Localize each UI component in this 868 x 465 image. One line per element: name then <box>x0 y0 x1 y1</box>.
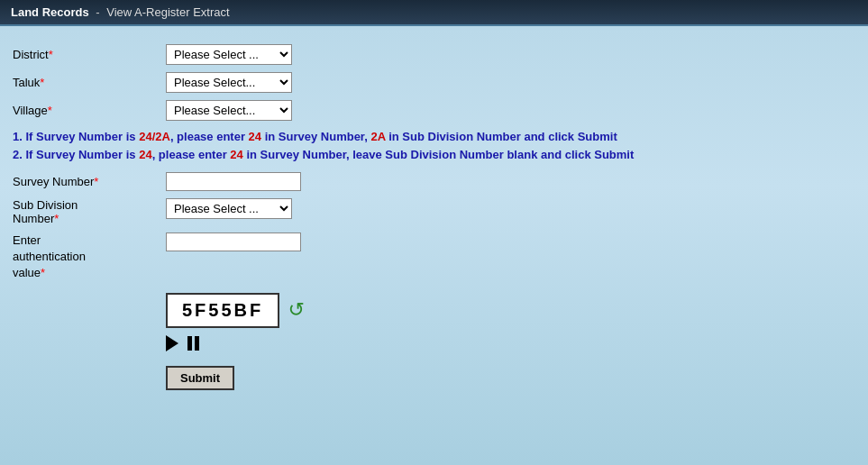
playback-controls <box>166 335 850 351</box>
district-row: District* Please Select ... <box>13 44 850 65</box>
district-required: * <box>49 48 53 61</box>
village-required: * <box>48 104 52 117</box>
instructions: 1. If Survey Number is 24/2A, please ent… <box>13 128 850 163</box>
survey-number-row: Survey Number* <box>13 172 850 191</box>
main-content: District* Please Select ... Taluk* Pleas… <box>0 26 868 408</box>
district-select[interactable]: Please Select ... <box>166 44 292 65</box>
title-separator: - <box>96 5 99 19</box>
instruction-1: 1. If Survey Number is 24/2A, please ent… <box>13 128 850 146</box>
submit-button[interactable]: Submit <box>166 366 234 390</box>
taluk-row: Taluk* Please Select... <box>13 72 850 93</box>
taluk-label: Taluk* <box>13 76 166 89</box>
village-select[interactable]: Please Select... <box>166 100 292 121</box>
instruction-2: 2. If Survey Number is 24, please enter … <box>13 146 850 164</box>
auth-row: Enter authentication value* <box>13 232 850 282</box>
taluk-select[interactable]: Please Select... <box>166 72 292 93</box>
district-label: District* <box>13 48 166 61</box>
pause-bar-right <box>195 336 199 351</box>
sub-division-row: Sub Division Number* Please Select ... <box>13 198 850 225</box>
auth-required: * <box>41 266 45 279</box>
survey-number-label: Survey Number* <box>13 175 166 188</box>
sub-division-label: Sub Division Number* <box>13 198 166 225</box>
sub-division-select[interactable]: Please Select ... <box>166 198 292 219</box>
app-name: Land Records <box>11 5 89 19</box>
sub-division-required: * <box>54 212 59 225</box>
pause-bar-left <box>187 336 192 351</box>
taluk-required: * <box>40 76 44 89</box>
captcha-box: 5F55BF ↻ <box>166 293 850 328</box>
refresh-icon[interactable]: ↻ <box>288 298 305 322</box>
submit-row: Submit <box>166 366 850 390</box>
pause-button[interactable] <box>187 336 199 351</box>
village-label: Village* <box>13 104 166 117</box>
survey-required: * <box>94 175 98 188</box>
page-subtitle: View A-Register Extract <box>106 5 229 19</box>
play-button[interactable] <box>166 335 178 351</box>
captcha-section: 5F55BF ↻ <box>13 293 850 351</box>
title-bar: Land Records - View A-Register Extract <box>0 0 868 26</box>
survey-number-input[interactable] <box>166 172 301 191</box>
captcha-display: 5F55BF <box>166 293 279 328</box>
auth-input[interactable] <box>166 232 301 251</box>
village-row: Village* Please Select... <box>13 100 850 121</box>
auth-label: Enter authentication value* <box>13 232 166 282</box>
